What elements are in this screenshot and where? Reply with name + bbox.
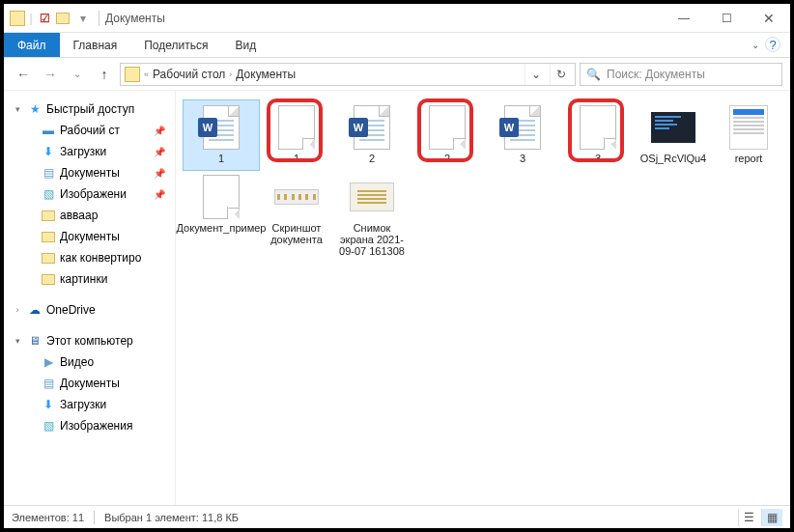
pin-icon: 📌	[154, 147, 165, 157]
documents-icon: ▤	[41, 376, 56, 391]
body: ▾ ★ Быстрый доступ ▬Рабочий ст📌 ⬇Загрузк…	[4, 91, 790, 505]
close-button[interactable]: ✕	[748, 5, 790, 32]
file-item[interactable]: 2	[410, 100, 485, 170]
qat-properties-icon[interactable]: ☑	[36, 10, 53, 27]
file-item[interactable]: 3	[560, 100, 636, 170]
icons-view-button[interactable]: ▦	[761, 509, 782, 526]
address-dropdown-icon[interactable]: ⌄	[525, 64, 546, 85]
recent-locations-button[interactable]: ⌄	[66, 63, 89, 86]
file-item[interactable]: Снимок экрана 2021-09-07 161308	[334, 170, 410, 263]
star-icon: ★	[27, 101, 43, 117]
qat-newfolder-icon[interactable]	[55, 10, 72, 27]
chevron-right-icon[interactable]: ›	[229, 70, 232, 79]
file-view[interactable]: W 1 1 W 2 2 W	[176, 91, 790, 505]
word-icon: W	[499, 118, 519, 137]
sidebar-item-label: Видео	[60, 355, 94, 369]
file-tab[interactable]: Файл	[4, 33, 60, 57]
sidebar-item-downloads[interactable]: ⬇Загрузки📌	[4, 141, 175, 162]
file-thumbnail: W	[499, 104, 546, 151]
file-name: 1	[218, 153, 224, 164]
folder-icon	[41, 250, 56, 266]
sidebar-item-label: Рабочий ст	[60, 124, 120, 137]
file-name: 3	[520, 153, 525, 164]
nav-pane: ▾ ★ Быстрый доступ ▬Рабочий ст📌 ⬇Загрузк…	[4, 91, 176, 505]
sidebar-item-label: OneDrive	[46, 303, 96, 317]
sidebar-item-pictures[interactable]: ▧Изображени📌	[4, 183, 175, 205]
twisty-icon[interactable]: ›	[12, 305, 23, 315]
file-thumbnail	[424, 104, 470, 151]
ribbon-expand-icon[interactable]: ⌄	[746, 33, 765, 57]
refresh-icon[interactable]: ↻	[550, 64, 571, 85]
sidebar-item-desktop[interactable]: ▬Рабочий ст📌	[4, 120, 175, 141]
twisty-icon[interactable]: ▾	[12, 104, 23, 114]
tab-share[interactable]: Поделиться	[130, 33, 221, 57]
sidebar-item-label: Документы	[60, 230, 120, 243]
file-thumbnail	[650, 104, 696, 151]
tab-view[interactable]: Вид	[221, 33, 269, 57]
sidebar-item-this-pc[interactable]: ▾ 🖥 Этот компьютер	[4, 330, 175, 351]
file-grid: W 1 1 W 2 2 W	[184, 100, 786, 263]
file-thumbnail	[198, 174, 244, 220]
window-title: Документы	[105, 12, 165, 25]
file-item[interactable]: report	[711, 100, 786, 170]
details-view-button[interactable]: ☰	[738, 509, 759, 526]
file-name: 1	[294, 153, 299, 164]
sidebar-item-documents[interactable]: ▤Документы	[4, 373, 175, 394]
cloud-icon: ☁	[27, 302, 43, 318]
sidebar-item-folder[interactable]: картинки	[4, 268, 175, 290]
sidebar-item-videos[interactable]: ▶Видео	[4, 351, 175, 373]
file-item[interactable]: Документ_пример	[184, 170, 259, 263]
back-button[interactable]: ←	[12, 63, 35, 86]
folder-icon	[125, 67, 140, 82]
file-item[interactable]: W 3	[485, 100, 560, 170]
up-button[interactable]: ↑	[93, 63, 116, 86]
folder-icon	[10, 11, 25, 26]
file-thumbnail	[725, 104, 772, 151]
address-bar[interactable]: « Рабочий стол › Документы ⌄ ↻	[120, 63, 576, 86]
sidebar-item-label: Документы	[60, 166, 120, 180]
file-item[interactable]: 1	[259, 100, 334, 170]
file-item[interactable]: Скриншот документа	[259, 170, 334, 263]
overflow-chevron-icon[interactable]: «	[144, 70, 149, 79]
breadcrumb[interactable]: Рабочий стол	[153, 68, 225, 81]
documents-icon: ▤	[41, 165, 56, 181]
folder-icon	[41, 229, 56, 244]
sidebar-item-onedrive[interactable]: › ☁ OneDrive	[4, 299, 175, 321]
sidebar-item-quick-access[interactable]: ▾ ★ Быстрый доступ	[4, 98, 175, 120]
file-thumbnail	[273, 104, 320, 151]
twisty-icon[interactable]: ▾	[12, 336, 23, 346]
sidebar-item-folder[interactable]: Документы	[4, 226, 175, 247]
file-name: OSj_RcVlQu4	[640, 153, 706, 164]
sidebar-item-pictures[interactable]: ▧Изображения	[4, 415, 175, 436]
sidebar-item-folder[interactable]: авваар	[4, 205, 175, 226]
file-item[interactable]: W 1	[184, 100, 259, 170]
file-name: report	[735, 153, 763, 164]
file-item[interactable]: OSj_RcVlQu4	[636, 100, 711, 170]
sidebar-item-label: авваар	[60, 209, 98, 222]
status-bar: Элементов: 11 Выбран 1 элемент: 11,8 КБ …	[4, 505, 790, 528]
breadcrumb[interactable]: Документы	[236, 68, 296, 81]
pin-icon: 📌	[154, 189, 165, 200]
help-icon[interactable]: ?	[765, 37, 780, 52]
sidebar-item-folder[interactable]: как конвертиро	[4, 247, 175, 268]
maximize-button[interactable]: ☐	[705, 5, 748, 32]
sidebar-item-label: Загрузки	[60, 398, 106, 411]
downloads-icon: ⬇	[41, 144, 56, 159]
title-bar: | ☑ ▾ Документы — ☐ ✕	[4, 4, 790, 33]
folder-icon	[41, 208, 56, 223]
sidebar-item-label: Быстрый доступ	[46, 102, 134, 116]
sidebar-item-label: картинки	[60, 272, 107, 286]
sidebar-item-documents[interactable]: ▤Документы📌	[4, 162, 175, 183]
search-input[interactable]: 🔍 Поиск: Документы	[580, 63, 782, 86]
tab-home[interactable]: Главная	[60, 33, 131, 57]
file-name: 2	[444, 153, 450, 164]
video-icon: ▶	[41, 354, 56, 370]
address-bar-row: ← → ⌄ ↑ « Рабочий стол › Документы ⌄ ↻ 🔍…	[4, 58, 790, 91]
qat-customize-icon[interactable]: ▾	[74, 10, 92, 27]
pictures-icon: ▧	[41, 186, 56, 202]
search-placeholder: Поиск: Документы	[607, 68, 705, 81]
sidebar-item-downloads[interactable]: ⬇Загрузки	[4, 394, 175, 415]
minimize-button[interactable]: —	[663, 5, 705, 32]
window-frame: | ☑ ▾ Документы — ☐ ✕ Файл Главная Подел…	[0, 0, 794, 532]
file-item[interactable]: W 2	[334, 100, 410, 170]
